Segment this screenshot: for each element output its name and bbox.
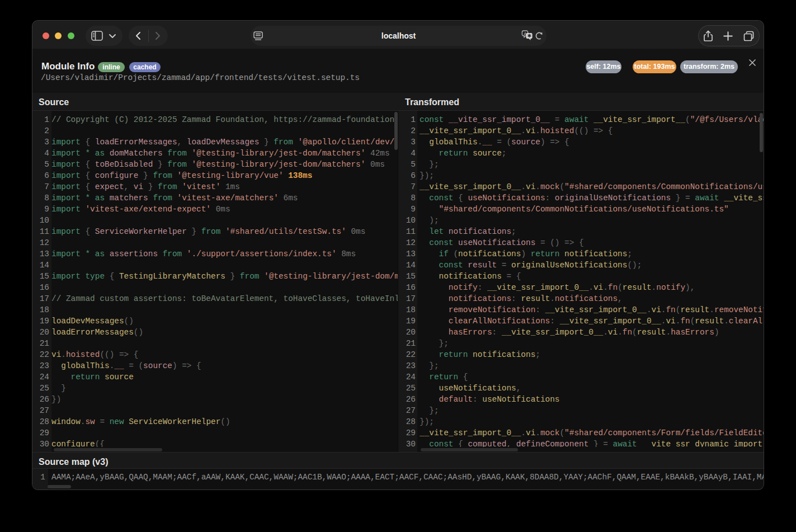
svg-text:✱: ✱ [527,33,532,39]
